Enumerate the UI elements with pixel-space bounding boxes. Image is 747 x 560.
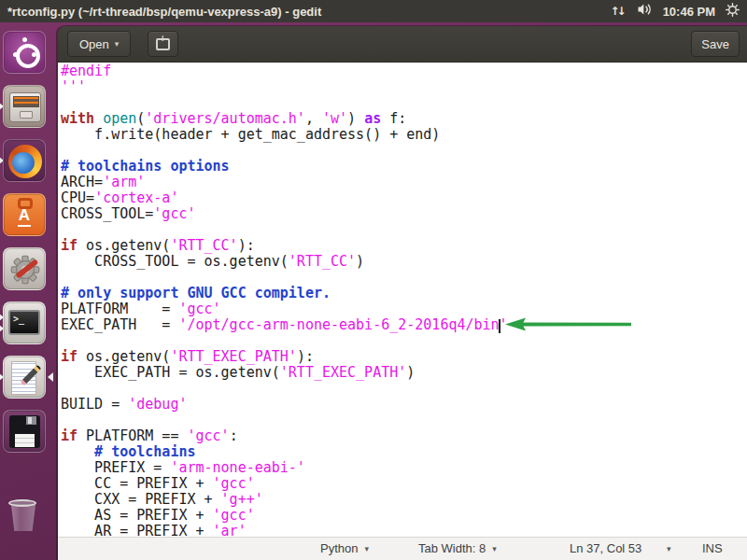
code-line: PREFIX = 'arm-none-eabi-' — [61, 460, 747, 476]
firefox-icon[interactable] — [3, 139, 46, 182]
software-a-underline — [18, 225, 31, 227]
code-line: if os.getenv('RTT_EXEC_PATH'): — [61, 349, 747, 365]
code-line: CROSS_TOOL = os.getenv('RTT_CC') — [61, 254, 747, 270]
green-annotation-arrow — [500, 316, 641, 332]
trash-body — [9, 504, 37, 531]
chevron-down-icon: ▾ — [115, 39, 120, 49]
code-line — [61, 381, 747, 397]
open-button[interactable]: Open ▾ — [67, 31, 131, 57]
trash-icon[interactable] — [3, 494, 46, 537]
chevron-down-icon: ▾ — [667, 544, 671, 553]
system-tray: ↑↓ 10:46 PM — [611, 3, 740, 21]
statusbar-dropdown[interactable]: ▾ — [667, 538, 671, 559]
code-line: CROSS_TOOL='gcc' — [61, 206, 747, 222]
floppy-body — [9, 415, 40, 448]
code-line: CC = PREFIX + 'gcc' — [61, 476, 747, 492]
window-title: *rtconfig.py (~/rt-thread/bsp/qemu-vexpr… — [7, 5, 321, 19]
code-line: # only support GNU GCC compiler. — [61, 286, 747, 301]
code-line: CPU='cortex-a' — [61, 190, 747, 206]
code-line: AR = PREFIX + 'ar' — [61, 524, 747, 538]
code-line: PLATFORM = 'gcc' — [61, 301, 747, 317]
code-line — [61, 333, 747, 349]
software-a-glyph: A — [4, 206, 45, 225]
gear-wrench-glyph — [7, 252, 43, 287]
code-line: # toolchains — [61, 444, 747, 460]
ubuntu-logo-dots — [22, 37, 27, 42]
focused-window-arrow — [48, 372, 53, 382]
code-line — [61, 222, 747, 238]
unity-launcher: A >_ — [0, 22, 50, 560]
session-gear-icon[interactable] — [726, 3, 740, 21]
files-icon[interactable] — [3, 85, 46, 128]
code-line: ''' — [61, 79, 747, 95]
code-line: # toolchains options — [61, 159, 747, 175]
desktop: *rtconfig.py (~/rt-thread/bsp/qemu-vexpr… — [0, 0, 747, 560]
code-line: f.write(header + get_mac_address() + end… — [61, 127, 747, 143]
code-line: AS = PREFIX + 'gcc' — [61, 508, 747, 524]
ubuntu-software-icon[interactable]: A — [3, 193, 46, 236]
save-button[interactable]: Save — [691, 31, 740, 57]
gedit-headerbar: Open ▾ Save — [58, 26, 747, 63]
language-selector[interactable]: Python ▾ — [320, 538, 369, 559]
firefox-globe — [8, 145, 42, 178]
language-label: Python — [320, 541, 358, 555]
tab-width-selector[interactable]: Tab Width: 8 ▾ — [418, 538, 497, 559]
code-line — [61, 413, 747, 428]
cursor-position[interactable]: Ln 37, Col 53 — [570, 538, 641, 559]
code-line: #endif — [61, 63, 747, 79]
file-cabinet-shape — [9, 92, 41, 122]
terminal-screen: >_ — [8, 310, 40, 335]
new-tab-icon — [156, 38, 170, 50]
code-line: ARCH='arm' — [61, 175, 747, 190]
terminal-icon[interactable]: >_ — [3, 301, 46, 344]
floppy-shutter — [26, 416, 36, 425]
trash-rim — [8, 499, 36, 507]
code-line: BUILD = 'debug' — [61, 397, 747, 413]
code-editor[interactable]: #endif'''with open('drivers/automac.h', … — [58, 63, 747, 538]
new-document-button[interactable] — [148, 31, 178, 57]
firefox-globe-blue — [12, 152, 35, 174]
code-line: EXEC_PATH = os.getenv('RTT_EXEC_PATH') — [61, 365, 747, 381]
cabinet-handle — [20, 111, 33, 119]
open-button-label: Open — [79, 37, 109, 51]
text-editor-icon[interactable] — [3, 356, 46, 399]
floppy-disk-icon[interactable] — [3, 410, 46, 453]
code-line: with open('drivers/automac.h', 'w') as f… — [61, 111, 747, 127]
code-line: if PLATFORM == 'gcc': — [61, 428, 747, 444]
insert-mode-indicator: INS — [702, 538, 723, 559]
cursor-position-label: Ln 37, Col 53 — [570, 541, 641, 555]
floppy-label — [15, 434, 35, 447]
network-arrows-icon[interactable]: ↑↓ — [611, 5, 627, 18]
top-panel: *rtconfig.py (~/rt-thread/bsp/qemu-vexpr… — [0, 0, 747, 22]
code-line — [61, 95, 747, 111]
cabinet-drawer-open — [13, 96, 39, 107]
ubuntu-dash-icon[interactable] — [3, 31, 46, 74]
gedit-window: Open ▾ Save #endif'''with open('drivers/… — [58, 26, 747, 560]
tab-width-label: Tab Width: 8 — [418, 541, 486, 555]
terminal-prompt-glyph: >_ — [13, 314, 24, 324]
chevron-down-icon: ▾ — [492, 544, 497, 553]
chevron-down-icon: ▾ — [364, 544, 369, 553]
ubuntu-logo-ring — [16, 44, 40, 68]
code-line — [61, 143, 747, 159]
code-line: CXX = PREFIX + 'g++' — [61, 492, 747, 508]
insert-mode-label: INS — [702, 541, 723, 555]
gedit-statusbar: Python ▾ Tab Width: 8 ▾ Ln 37, Col 53 ▾ … — [58, 537, 747, 560]
system-settings-icon[interactable] — [3, 247, 46, 290]
volume-icon[interactable] — [637, 3, 653, 20]
code-line — [61, 270, 747, 286]
code-line: EXEC_PATH = '/opt/gcc-arm-none-eabi-6_2-… — [61, 317, 747, 333]
code-line: if os.getenv('RTT_CC'): — [61, 238, 747, 254]
clock[interactable]: 10:46 PM — [663, 5, 715, 19]
save-button-label: Save — [701, 37, 729, 51]
